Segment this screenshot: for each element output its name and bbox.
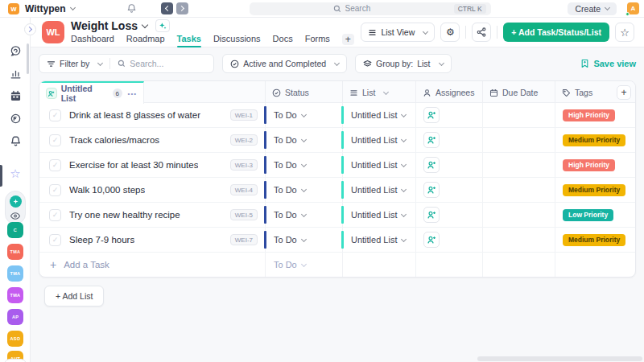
space-avatar[interactable]: TMA: [7, 265, 23, 282]
chat-icon[interactable]: [0, 45, 31, 57]
task-checkbox[interactable]: ✓: [49, 159, 61, 171]
task-checkbox[interactable]: ✓: [49, 184, 61, 196]
priority-tag[interactable]: Low Priority: [563, 209, 613, 221]
chevron-down-icon[interactable]: [142, 22, 148, 28]
tab-tasks[interactable]: Tasks: [177, 34, 201, 45]
add-assignee-button[interactable]: [423, 232, 440, 248]
priority-tag[interactable]: Medium Priority: [563, 184, 625, 196]
add-task-status-list-button[interactable]: + Add Task/Status/List: [503, 23, 609, 42]
calendar-icon[interactable]: [0, 90, 31, 102]
task-name[interactable]: Track calories/macros: [69, 135, 159, 145]
task-checkbox[interactable]: ✓: [49, 109, 61, 121]
due-date-cell[interactable]: [482, 203, 555, 227]
create-button[interactable]: Create: [568, 2, 617, 15]
due-date-cell[interactable]: [482, 153, 555, 177]
add-assignee-button[interactable]: [423, 207, 440, 223]
sidebar-expand-button[interactable]: [24, 23, 36, 35]
bell-icon[interactable]: [126, 3, 137, 14]
filter-by-dropdown[interactable]: Filter by: [39, 59, 109, 68]
space-avatar[interactable]: ASO: [7, 331, 23, 347]
save-view-button[interactable]: Save view: [580, 59, 636, 68]
settings-gear-button[interactable]: ⚙: [440, 23, 460, 42]
due-date-cell[interactable]: [482, 228, 555, 252]
column-header-tags[interactable]: Tags +: [555, 81, 635, 104]
add-assignee-button[interactable]: [423, 157, 440, 173]
list-dropdown[interactable]: Untitled List: [342, 178, 415, 202]
timer-icon[interactable]: [4, 359, 27, 362]
add-task-status[interactable]: To Do: [265, 253, 342, 277]
favorites-star-icon[interactable]: ☆: [0, 167, 31, 179]
add-task-button[interactable]: + Add a Task: [39, 253, 265, 277]
space-avatar[interactable]: TMA: [7, 244, 23, 260]
horizontal-scrollbar[interactable]: [477, 356, 642, 361]
add-tab-button[interactable]: +: [342, 34, 354, 45]
task-name[interactable]: Exercise for at least 30 minutes: [69, 160, 198, 170]
due-date-cell[interactable]: [482, 178, 555, 202]
project-avatar[interactable]: WL: [42, 21, 64, 43]
column-header-due-date[interactable]: Due Date: [482, 81, 555, 104]
task-search[interactable]: [110, 59, 213, 68]
tab-forms[interactable]: Forms: [305, 34, 330, 45]
column-header-status[interactable]: Status: [265, 81, 342, 104]
priority-tag[interactable]: High Priority: [563, 109, 615, 121]
clock-icon[interactable]: [0, 113, 31, 125]
due-date-cell[interactable]: [482, 128, 555, 152]
task-name[interactable]: Sleep 7-9 hours: [69, 235, 134, 245]
favorite-view-button[interactable]: ☆: [615, 23, 634, 42]
group-by-dropdown[interactable]: Group by: List: [356, 59, 450, 68]
bell-icon[interactable]: [0, 135, 31, 147]
status-dropdown[interactable]: To Do: [265, 228, 342, 252]
list-dropdown[interactable]: Untitled List: [342, 128, 415, 152]
chart-icon[interactable]: [0, 68, 31, 80]
workspace-avatar[interactable]: [10, 195, 22, 208]
page-title[interactable]: Weight Loss: [71, 19, 138, 32]
status-dropdown[interactable]: To Do: [265, 178, 342, 202]
status-dropdown[interactable]: To Do: [265, 203, 342, 227]
task-name[interactable]: Try one new healthy recipe: [69, 210, 180, 220]
tab-discussions[interactable]: Discussions: [213, 34, 261, 45]
tab-docs[interactable]: Docs: [273, 34, 293, 45]
task-name[interactable]: Drink at least 8 glasses of water: [69, 110, 200, 120]
priority-tag[interactable]: Medium Priority: [563, 134, 625, 146]
add-assignee-button[interactable]: [423, 132, 440, 148]
list-dropdown[interactable]: Untitled List: [342, 153, 415, 177]
add-assignee-button[interactable]: [423, 182, 440, 198]
status-dropdown[interactable]: To Do: [265, 103, 342, 127]
due-date-cell[interactable]: [482, 103, 555, 127]
priority-tag[interactable]: High Priority: [563, 159, 615, 171]
list-menu-button[interactable]: •••: [128, 90, 137, 97]
view-selector[interactable]: List View: [361, 23, 435, 42]
tab-roadmap[interactable]: Roadmap: [126, 34, 165, 45]
list-dropdown[interactable]: Untitled List: [342, 228, 415, 252]
status-dropdown[interactable]: To Do: [265, 153, 342, 177]
status-filter-dropdown[interactable]: Active and Completed: [223, 59, 346, 68]
ai-sparkle-button[interactable]: [155, 19, 170, 32]
task-name[interactable]: Walk 10,000 steps: [69, 185, 145, 195]
add-list-button[interactable]: + Add List: [44, 286, 104, 306]
workspace-switcher[interactable]: Wittypen: [25, 3, 75, 14]
task-checkbox[interactable]: ✓: [49, 209, 61, 221]
space-avatar[interactable]: TMA: [7, 287, 23, 303]
user-avatar[interactable]: A: [627, 2, 639, 14]
task-checkbox[interactable]: ✓: [49, 134, 61, 146]
tab-dashboard[interactable]: Dashboard: [71, 34, 114, 45]
nav-forward-button[interactable]: [176, 2, 188, 14]
global-search[interactable]: CTRL K: [250, 2, 491, 15]
share-button[interactable]: [472, 23, 491, 42]
workspace-logo[interactable]: w: [8, 3, 19, 14]
add-column-button[interactable]: +: [617, 85, 631, 100]
nav-back-button[interactable]: [161, 2, 173, 14]
eye-icon[interactable]: [10, 212, 21, 220]
priority-tag[interactable]: Medium Priority: [563, 234, 625, 246]
list-tab[interactable]: Untitled List 6 •••: [39, 81, 144, 104]
task-search-input[interactable]: [130, 59, 206, 68]
add-assignee-button[interactable]: [423, 107, 440, 123]
list-dropdown[interactable]: Untitled List: [342, 103, 415, 127]
search-input[interactable]: [345, 4, 434, 13]
column-header-assignees[interactable]: Assignees: [415, 81, 482, 104]
list-dropdown[interactable]: Untitled List: [342, 203, 415, 227]
task-checkbox[interactable]: ✓: [49, 234, 61, 246]
space-avatar[interactable]: C: [7, 222, 23, 238]
column-header-list[interactable]: List: [342, 81, 415, 104]
status-dropdown[interactable]: To Do: [265, 128, 342, 152]
